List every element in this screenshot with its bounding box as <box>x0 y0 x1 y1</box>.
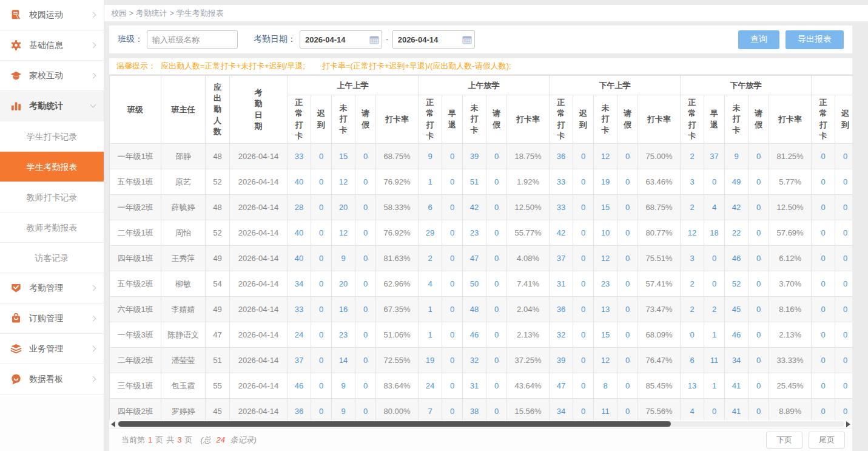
count-link-cell[interactable]: 10 <box>594 220 617 246</box>
count-link-cell[interactable]: 0 <box>355 348 376 373</box>
count-link-cell[interactable]: 48 <box>463 297 486 322</box>
count-link-cell[interactable]: 1 <box>419 322 442 348</box>
count-link-cell[interactable]: 3 <box>681 169 704 195</box>
count-link-cell[interactable]: 20 <box>332 271 355 297</box>
count-link-cell[interactable]: 0 <box>704 246 725 271</box>
count-link-cell[interactable]: 22 <box>725 220 749 246</box>
count-link-cell[interactable]: 0 <box>812 169 835 195</box>
count-link-cell[interactable]: 0 <box>442 297 463 322</box>
query-button[interactable]: 查询 <box>738 30 779 49</box>
count-link-cell[interactable]: 0 <box>749 144 769 169</box>
count-link-cell[interactable]: 0 <box>573 169 594 195</box>
count-link-cell[interactable]: 8 <box>594 373 617 399</box>
count-link-cell[interactable]: 0 <box>311 399 332 421</box>
count-link-cell[interactable]: 0 <box>704 169 725 195</box>
count-link-cell[interactable]: 18 <box>704 220 725 246</box>
count-link-cell[interactable]: 0 <box>442 144 463 169</box>
sidebar-subitem-4-1[interactable]: 学生打卡记录 <box>0 121 104 152</box>
count-link-cell[interactable]: 1 <box>419 169 442 195</box>
last-page-button[interactable]: 尾页 <box>809 432 845 449</box>
count-link-cell[interactable]: 38 <box>463 399 486 421</box>
count-link-cell[interactable]: 0 <box>617 399 638 421</box>
sidebar-item-5[interactable]: 考勤管理 <box>0 273 104 303</box>
count-link-cell[interactable]: 19 <box>419 348 442 373</box>
count-link-cell[interactable]: 0 <box>749 348 769 373</box>
count-link-cell[interactable]: 51 <box>463 169 486 195</box>
count-link-cell[interactable]: 0 <box>617 169 638 195</box>
count-link-cell[interactable]: 33 <box>550 195 573 220</box>
count-link-cell[interactable]: 0 <box>311 220 332 246</box>
count-link-cell[interactable]: 24 <box>419 373 442 399</box>
count-link-cell[interactable]: 0 <box>749 195 769 220</box>
count-link-cell[interactable]: 0 <box>355 144 376 169</box>
count-link-cell[interactable]: 42 <box>725 195 749 220</box>
count-link-cell[interactable]: 0 <box>835 271 852 297</box>
count-link-cell[interactable]: 45 <box>725 297 749 322</box>
count-link-cell[interactable]: 0 <box>355 399 376 421</box>
count-link-cell[interactable]: 0 <box>812 399 835 421</box>
count-link-cell[interactable]: 0 <box>749 322 769 348</box>
count-link-cell[interactable]: 0 <box>812 297 835 322</box>
count-link-cell[interactable]: 47 <box>463 246 486 271</box>
count-link-cell[interactable]: 0 <box>704 399 725 421</box>
count-link-cell[interactable]: 1 <box>704 322 725 348</box>
count-link-cell[interactable]: 2 <box>681 297 704 322</box>
count-link-cell[interactable]: 0 <box>486 322 507 348</box>
count-link-cell[interactable]: 0 <box>486 297 507 322</box>
count-link-cell[interactable]: 0 <box>835 297 852 322</box>
count-link-cell[interactable]: 0 <box>442 271 463 297</box>
count-link-cell[interactable]: 0 <box>749 297 769 322</box>
count-link-cell[interactable]: 0 <box>835 144 852 169</box>
count-link-cell[interactable]: 9 <box>332 246 355 271</box>
scroll-left-arrow-icon[interactable] <box>111 421 115 427</box>
count-link-cell[interactable]: 0 <box>355 297 376 322</box>
count-link-cell[interactable]: 23 <box>332 322 355 348</box>
sidebar-subitem-4-4[interactable]: 教师考勤报表 <box>0 212 104 243</box>
count-link-cell[interactable]: 12 <box>332 220 355 246</box>
count-link-cell[interactable]: 0 <box>355 322 376 348</box>
sidebar-item-1[interactable]: 校园运动 <box>0 0 104 30</box>
count-link-cell[interactable]: 36 <box>550 297 573 322</box>
count-link-cell[interactable]: 0 <box>749 271 769 297</box>
count-link-cell[interactable]: 12 <box>594 348 617 373</box>
count-link-cell[interactable]: 2 <box>419 246 442 271</box>
count-link-cell[interactable]: 0 <box>749 373 769 399</box>
count-link-cell[interactable]: 0 <box>442 195 463 220</box>
count-link-cell[interactable]: 36 <box>550 144 573 169</box>
count-link-cell[interactable]: 47 <box>550 373 573 399</box>
count-link-cell[interactable]: 49 <box>725 169 749 195</box>
count-link-cell[interactable]: 0 <box>311 348 332 373</box>
count-link-cell[interactable]: 6 <box>419 195 442 220</box>
count-link-cell[interactable]: 0 <box>835 348 852 373</box>
count-link-cell[interactable]: 0 <box>835 220 852 246</box>
count-link-cell[interactable]: 23 <box>594 271 617 297</box>
count-link-cell[interactable]: 0 <box>573 297 594 322</box>
sidebar-item-4[interactable]: 考勤统计 <box>0 91 104 121</box>
count-link-cell[interactable]: 0 <box>617 297 638 322</box>
count-link-cell[interactable]: 11 <box>704 348 725 373</box>
count-link-cell[interactable]: 0 <box>617 348 638 373</box>
count-link-cell[interactable]: 12 <box>594 246 617 271</box>
count-link-cell[interactable]: 0 <box>311 195 332 220</box>
count-link-cell[interactable]: 0 <box>617 220 638 246</box>
count-link-cell[interactable]: 42 <box>463 195 486 220</box>
count-link-cell[interactable]: 0 <box>835 169 852 195</box>
scroll-right-arrow-icon[interactable] <box>846 421 850 427</box>
count-link-cell[interactable]: 0 <box>486 144 507 169</box>
count-link-cell[interactable]: 32 <box>463 348 486 373</box>
count-link-cell[interactable]: 0 <box>311 169 332 195</box>
count-link-cell[interactable]: 4 <box>419 271 442 297</box>
count-link-cell[interactable]: 16 <box>332 297 355 322</box>
count-link-cell[interactable]: 33 <box>288 144 311 169</box>
count-link-cell[interactable]: 0 <box>311 246 332 271</box>
count-link-cell[interactable]: 40 <box>288 246 311 271</box>
count-link-cell[interactable]: 37 <box>704 144 725 169</box>
count-link-cell[interactable]: 0 <box>749 246 769 271</box>
count-link-cell[interactable]: 0 <box>486 195 507 220</box>
count-link-cell[interactable]: 4 <box>704 195 725 220</box>
count-link-cell[interactable]: 0 <box>617 246 638 271</box>
count-link-cell[interactable]: 0 <box>681 322 704 348</box>
count-link-cell[interactable]: 34 <box>725 348 749 373</box>
count-link-cell[interactable]: 33 <box>288 297 311 322</box>
count-link-cell[interactable]: 29 <box>419 220 442 246</box>
